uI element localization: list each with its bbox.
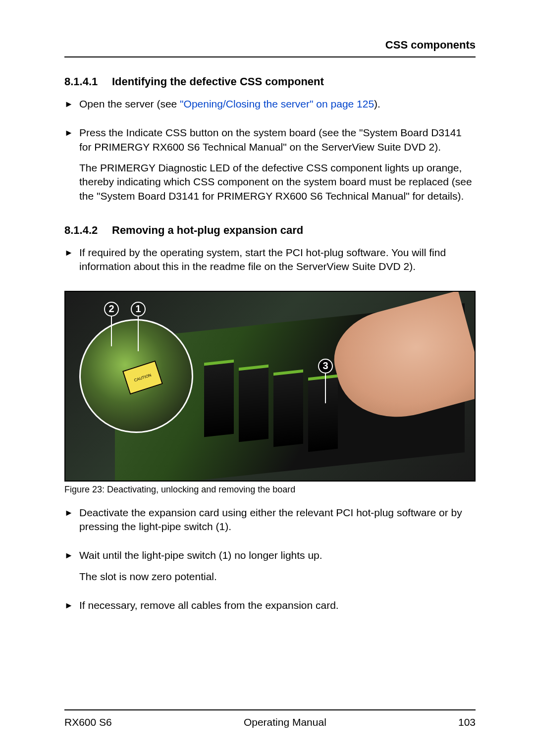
section-heading-2: 8.1.4.2Removing a hot-plug expansion car… (64, 224, 476, 237)
section-number-1: 8.1.4.1 (64, 75, 112, 88)
callout-leader (138, 317, 139, 351)
zoom-detail-circle: CAUTION (79, 319, 193, 433)
pci-slot-illustration (204, 360, 234, 437)
pci-slot-illustration (273, 370, 303, 447)
step-text: ). (374, 98, 380, 109)
section-heading-1: 8.1.4.1Identifying the defective CSS com… (64, 75, 476, 88)
step-item: ► Wait until the light-pipe switch (1) n… (64, 548, 476, 591)
step-item: ► If required by the operating system, s… (64, 246, 476, 281)
step-text: The PRIMERGY Diagnostic LED of the defec… (79, 161, 476, 203)
step-marker-icon: ► (64, 598, 79, 611)
pci-slot-illustration (239, 365, 268, 442)
step-item: ► Open the server (see "Opening/Closing … (64, 97, 476, 118)
footer-model: RX600 S6 (64, 716, 112, 728)
section-title-1: Identifying the defective CSS component (112, 75, 324, 88)
step-text: Deactivate the expansion card using eith… (79, 506, 476, 534)
step-item: ► If necessary, remove all cables from t… (64, 598, 476, 619)
footer-page-number: 103 (458, 716, 476, 728)
step-text: Press the Indicate CSS button on the sys… (79, 126, 476, 154)
page-header-section: CSS components (64, 39, 476, 56)
footer-rule (64, 709, 476, 710)
cross-reference-link[interactable]: "Opening/Closing the server" on page 125 (180, 98, 374, 109)
figure-caption: Figure 23: Deactivating, unlocking and r… (64, 485, 476, 495)
step-text: If required by the operating system, sta… (79, 246, 476, 274)
step-marker-icon: ► (64, 548, 79, 561)
page-footer: RX600 S6 Operating Manual 103 (64, 709, 476, 728)
callout-1: 1 (131, 302, 146, 317)
step-marker-icon: ► (64, 506, 79, 519)
step-text: Wait until the light-pipe switch (1) no … (79, 548, 476, 562)
pci-slot-illustration (308, 375, 338, 452)
step-marker-icon: ► (64, 126, 79, 139)
callout-3: 3 (318, 359, 333, 374)
section-number-2: 8.1.4.2 (64, 224, 112, 237)
callout-2: 2 (104, 302, 119, 317)
step-marker-icon: ► (64, 246, 79, 259)
step-marker-icon: ► (64, 97, 79, 110)
header-rule (64, 56, 476, 57)
step-item: ► Press the Indicate CSS button on the s… (64, 126, 476, 210)
callout-leader (325, 374, 326, 403)
figure-image: CAUTION 2 1 3 (64, 291, 476, 482)
step-text: The slot is now zero potential. (79, 570, 476, 584)
footer-doc-title: Operating Manual (244, 716, 326, 728)
section-title-2: Removing a hot-plug expansion card (112, 224, 303, 236)
step-item: ► Deactivate the expansion card using ei… (64, 506, 476, 541)
callout-leader (111, 317, 112, 346)
step-text: If necessary, remove all cables from the… (79, 598, 476, 612)
step-text: Open the server (see (79, 98, 180, 109)
caution-label-illustration: CAUTION (122, 360, 163, 394)
